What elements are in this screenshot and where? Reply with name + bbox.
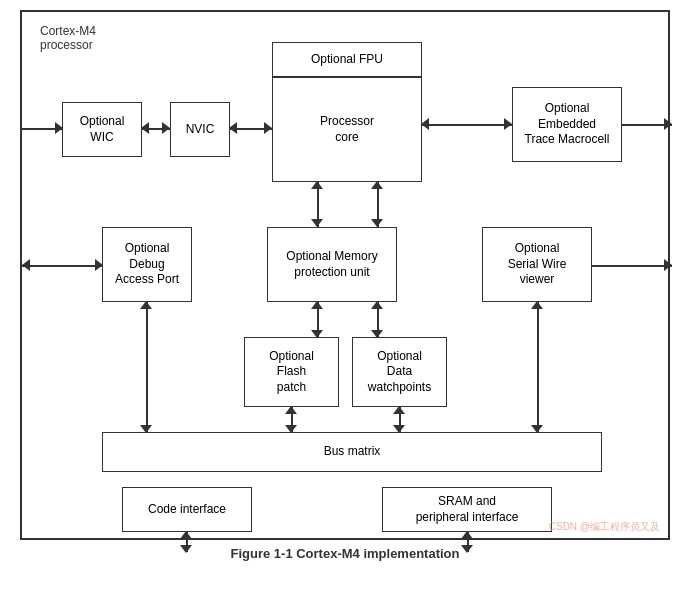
figure-caption: Figure 1-1 Cortex-M4 implementation: [231, 546, 460, 561]
arrowhead-dwt-bus-u: [393, 406, 405, 414]
nvic-block: NVIC: [170, 102, 230, 157]
arrowhead-core-dwt-u: [371, 181, 383, 189]
optional-flash-block: OptionalFlashpatch: [244, 337, 339, 407]
optional-dap-block: OptionalDebugAccess Port: [102, 227, 192, 302]
arrowhead-etm-out: [664, 118, 672, 130]
arrowhead-core-etm-l: [421, 118, 429, 130]
arrowhead-code-out-u: [180, 531, 192, 539]
processor-core-block: Processorcore: [272, 77, 422, 182]
optional-dwt-block: OptionalDatawatchpoints: [352, 337, 447, 407]
arrowhead-mpu-dwt-u: [371, 301, 383, 309]
optional-mpu-block: Optional Memoryprotection unit: [267, 227, 397, 302]
arrowhead-core-mpu-d: [311, 219, 323, 227]
arrowhead-wic-nvic-r: [162, 122, 170, 134]
page: Cortex-M4processor OptionalWIC NVIC Opti…: [0, 0, 690, 600]
code-interface-block: Code interface: [122, 487, 252, 532]
arrow-swv-ext-line: [592, 265, 672, 267]
diagram-area: Cortex-M4processor OptionalWIC NVIC Opti…: [20, 10, 670, 540]
arrowhead-swv-ext-r: [664, 259, 672, 271]
arrowhead-dap-ext-l: [22, 259, 30, 271]
arrowhead-mpu-flash-u: [311, 301, 323, 309]
sram-interface-block: SRAM andperipheral interface: [382, 487, 552, 532]
arrowhead-nvic-core-r: [264, 122, 272, 134]
arrowhead-swv-bus-d: [531, 425, 543, 433]
arrowhead-core-dwt-d: [371, 219, 383, 227]
arrow-dap-ext-line: [22, 265, 102, 267]
arrowhead-mpu-dwt-d: [371, 330, 383, 338]
bus-matrix-block: Bus matrix: [102, 432, 602, 472]
arrowhead-flash-bus-d: [285, 425, 297, 433]
arrowhead-wic-nvic-l: [141, 122, 149, 134]
arrowhead-nvic-core-l: [229, 122, 237, 134]
arrowhead-mpu-flash-d: [311, 330, 323, 338]
arrowhead-dap-bus-d: [140, 425, 152, 433]
arrow-core-etm-line: [422, 124, 512, 126]
arrowhead-wic-in: [55, 122, 63, 134]
processor-label: Cortex-M4processor: [40, 24, 96, 52]
arrow-swv-bus-v: [537, 302, 539, 432]
arrowhead-sram-out-d: [461, 545, 473, 553]
arrowhead-dap-bus-u: [140, 301, 152, 309]
arrowhead-swv-bus-u: [531, 301, 543, 309]
arrowhead-code-out-d: [180, 545, 192, 553]
optional-fpu-block: Optional FPU: [272, 42, 422, 77]
arrowhead-core-etm-r: [504, 118, 512, 130]
arrowhead-flash-bus-u: [285, 406, 297, 414]
arrowhead-core-mpu-u: [311, 181, 323, 189]
optional-wic-block: OptionalWIC: [62, 102, 142, 157]
arrowhead-sram-out-u: [461, 531, 473, 539]
arrowhead-dap-ext-r: [95, 259, 103, 271]
optional-swv-block: OptionalSerial Wireviewer: [482, 227, 592, 302]
watermark: CSDN @编工程序员又及: [549, 520, 660, 534]
arrowhead-dwt-bus-d: [393, 425, 405, 433]
arrow-dap-bus-v: [146, 302, 148, 432]
optional-etm-block: OptionalEmbeddedTrace Macrocell: [512, 87, 622, 162]
